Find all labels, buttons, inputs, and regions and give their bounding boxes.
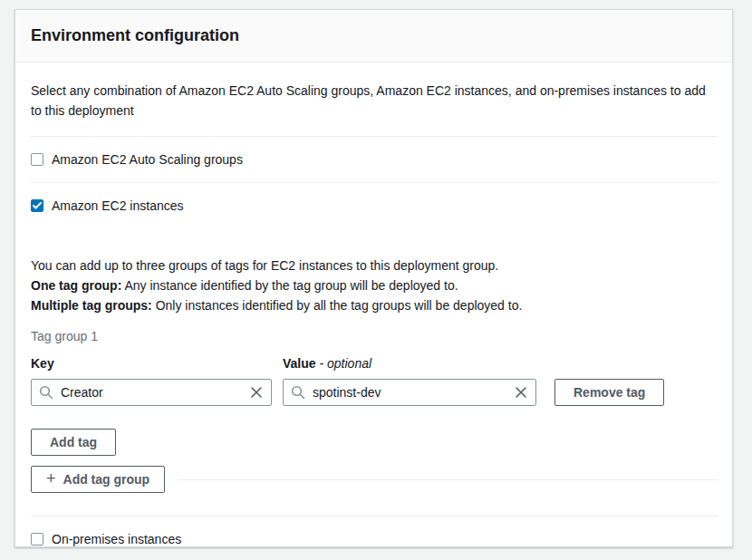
checkbox-row-auto-scaling-groups[interactable]: Amazon EC2 Auto Scaling groups (31, 137, 718, 182)
key-input[interactable] (31, 379, 272, 406)
value-field-group: Value - optional (283, 353, 536, 406)
tag-help-line-2-rest: Any instance identified by the tag group… (121, 278, 458, 293)
value-search-input-wrapper (283, 379, 536, 406)
divider (178, 479, 718, 480)
panel-body: Select any combination of Amazon EC2 Aut… (15, 63, 732, 560)
tag-help-line-3-rest: Only instances identified by all the tag… (152, 298, 523, 313)
plus-icon: + (46, 470, 56, 487)
key-label: Key (31, 353, 272, 373)
tag-help-line-2: One tag group: Any instance identified b… (31, 275, 718, 295)
auto-scaling-groups-label: Amazon EC2 Auto Scaling groups (52, 150, 243, 169)
tag-row: Key Value - optional Remove tag (31, 353, 718, 406)
add-tag-group-row: +Add tag group (31, 466, 718, 493)
value-label-text: Value (283, 356, 319, 371)
key-field-group: Key (31, 353, 272, 406)
tag-help-line-1: You can add up to three groups of tags f… (31, 256, 718, 275)
value-input[interactable] (283, 379, 536, 406)
clear-key-icon[interactable] (249, 385, 264, 400)
checkmark-icon (33, 202, 42, 209)
on-premises-label: On-premises instances (52, 529, 181, 549)
tag-help-line-3-bold: Multiple tag groups: (31, 298, 152, 313)
on-premises-checkbox[interactable] (31, 533, 43, 546)
remove-tag-button[interactable]: Remove tag (554, 379, 664, 406)
clear-value-icon[interactable] (514, 385, 528, 400)
add-tag-button[interactable]: Add tag (31, 429, 116, 456)
ec2-instances-checkbox[interactable] (31, 199, 43, 212)
checkbox-row-on-premises[interactable]: On-premises instances (31, 517, 718, 560)
auto-scaling-groups-checkbox[interactable] (31, 153, 43, 166)
panel-description: Select any combination of Amazon EC2 Aut… (31, 81, 709, 121)
tag-help-line-2-bold: One tag group: (31, 278, 121, 293)
key-search-input-wrapper (31, 379, 272, 406)
page-title: Environment configuration (31, 26, 239, 45)
add-tag-group-label: Add tag group (63, 472, 150, 487)
tag-help-line-3: Multiple tag groups: Only instances iden… (31, 295, 718, 315)
environment-configuration-panel: Environment configuration Select any com… (14, 9, 733, 547)
value-optional-text: - optional (319, 356, 371, 371)
checkbox-row-ec2-instances[interactable]: Amazon EC2 instances (31, 183, 718, 228)
tag-help-text: You can add up to three groups of tags f… (31, 256, 718, 315)
value-label: Value - optional (283, 353, 536, 373)
add-tag-group-button[interactable]: +Add tag group (31, 466, 165, 493)
ec2-instances-label: Amazon EC2 instances (52, 196, 184, 216)
panel-header: Environment configuration (15, 10, 732, 63)
tag-group-heading: Tag group 1 (31, 326, 718, 346)
